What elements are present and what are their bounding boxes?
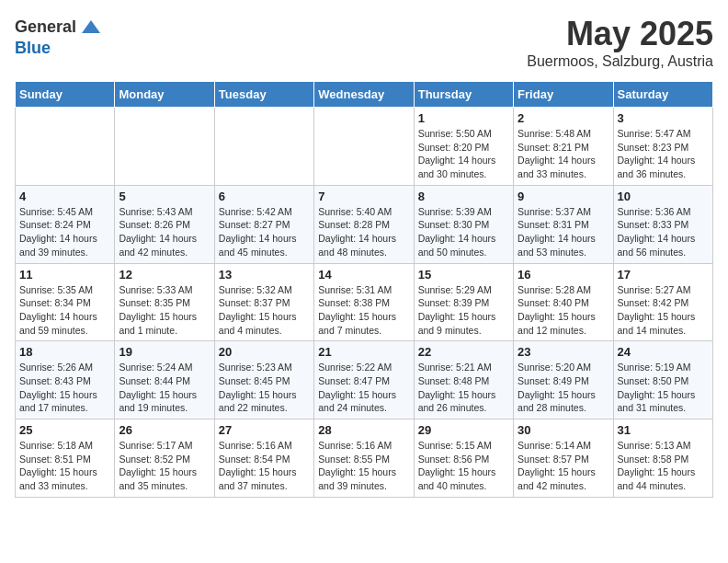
day-number: 4 <box>19 190 110 203</box>
day-number: 14 <box>318 268 409 282</box>
weekday-header-row: SundayMondayTuesdayWednesdayThursdayFrid… <box>16 82 713 108</box>
week-row-3: 11Sunrise: 5:35 AM Sunset: 8:34 PM Dayli… <box>16 263 713 341</box>
day-info: Sunrise: 5:47 AM Sunset: 8:23 PM Dayligh… <box>618 127 709 181</box>
logo-text-block: General Blue <box>15 15 102 58</box>
calendar-cell: 24Sunrise: 5:19 AM Sunset: 8:50 PM Dayli… <box>613 341 712 419</box>
day-info: Sunrise: 5:31 AM Sunset: 8:38 PM Dayligh… <box>318 283 409 338</box>
day-info: Sunrise: 5:20 AM Sunset: 8:49 PM Dayligh… <box>518 361 609 415</box>
logo-blue: Blue <box>15 39 51 57</box>
calendar-cell: 30Sunrise: 5:14 AM Sunset: 8:57 PM Dayli… <box>514 419 613 498</box>
day-info: Sunrise: 5:48 AM Sunset: 8:21 PM Dayligh… <box>518 127 609 181</box>
day-info: Sunrise: 5:19 AM Sunset: 8:50 PM Dayligh… <box>618 361 709 415</box>
day-info: Sunrise: 5:28 AM Sunset: 8:40 PM Dayligh… <box>518 283 609 338</box>
calendar-cell: 25Sunrise: 5:18 AM Sunset: 8:51 PM Dayli… <box>16 419 115 498</box>
day-number: 26 <box>119 423 210 437</box>
day-info: Sunrise: 5:26 AM Sunset: 8:43 PM Dayligh… <box>19 361 110 415</box>
day-number: 8 <box>418 190 509 203</box>
calendar-cell: 4Sunrise: 5:45 AM Sunset: 8:24 PM Daylig… <box>16 185 115 263</box>
weekday-header-sunday: Sunday <box>16 82 115 108</box>
day-number: 29 <box>418 423 509 437</box>
day-number: 27 <box>219 423 310 437</box>
calendar-cell: 13Sunrise: 5:32 AM Sunset: 8:37 PM Dayli… <box>214 263 313 341</box>
day-number: 17 <box>618 268 709 282</box>
day-info: Sunrise: 5:32 AM Sunset: 8:37 PM Dayligh… <box>219 283 310 338</box>
calendar-cell: 12Sunrise: 5:33 AM Sunset: 8:35 PM Dayli… <box>115 263 214 341</box>
calendar-cell: 3Sunrise: 5:47 AM Sunset: 8:23 PM Daylig… <box>613 108 712 186</box>
calendar-cell: 20Sunrise: 5:23 AM Sunset: 8:45 PM Dayli… <box>214 341 313 419</box>
day-number: 20 <box>219 345 310 359</box>
day-number: 18 <box>19 345 110 359</box>
day-number: 25 <box>19 423 110 437</box>
day-number: 21 <box>318 345 409 359</box>
day-number: 30 <box>518 423 609 437</box>
day-number: 23 <box>518 345 609 359</box>
calendar-table: SundayMondayTuesdayWednesdayThursdayFrid… <box>15 81 713 498</box>
day-info: Sunrise: 5:15 AM Sunset: 8:56 PM Dayligh… <box>418 439 509 493</box>
day-number: 7 <box>318 190 409 203</box>
day-number: 1 <box>418 111 509 125</box>
day-number: 28 <box>318 423 409 437</box>
day-number: 15 <box>418 268 509 282</box>
day-number: 5 <box>119 190 210 203</box>
weekday-header-thursday: Thursday <box>414 82 513 108</box>
day-info: Sunrise: 5:18 AM Sunset: 8:51 PM Dayligh… <box>19 439 110 493</box>
day-number: 19 <box>119 345 210 359</box>
day-number: 12 <box>119 268 210 282</box>
day-info: Sunrise: 5:39 AM Sunset: 8:30 PM Dayligh… <box>418 205 509 259</box>
day-info: Sunrise: 5:23 AM Sunset: 8:45 PM Dayligh… <box>219 361 310 415</box>
day-info: Sunrise: 5:37 AM Sunset: 8:31 PM Dayligh… <box>518 205 609 259</box>
day-info: Sunrise: 5:35 AM Sunset: 8:34 PM Dayligh… <box>19 283 110 338</box>
calendar-cell: 27Sunrise: 5:16 AM Sunset: 8:54 PM Dayli… <box>214 419 313 498</box>
day-info: Sunrise: 5:17 AM Sunset: 8:52 PM Dayligh… <box>119 439 210 493</box>
day-info: Sunrise: 5:21 AM Sunset: 8:48 PM Dayligh… <box>418 361 509 415</box>
day-info: Sunrise: 5:16 AM Sunset: 8:55 PM Dayligh… <box>318 439 409 493</box>
day-info: Sunrise: 5:16 AM Sunset: 8:54 PM Dayligh… <box>219 439 310 493</box>
weekday-header-tuesday: Tuesday <box>214 82 313 108</box>
day-info: Sunrise: 5:50 AM Sunset: 8:20 PM Dayligh… <box>418 127 509 181</box>
logo-icon <box>80 17 102 39</box>
calendar-cell: 17Sunrise: 5:27 AM Sunset: 8:42 PM Dayli… <box>613 263 712 341</box>
calendar-cell: 11Sunrise: 5:35 AM Sunset: 8:34 PM Dayli… <box>16 263 115 341</box>
weekday-header-wednesday: Wednesday <box>314 82 414 108</box>
day-info: Sunrise: 5:14 AM Sunset: 8:57 PM Dayligh… <box>518 439 609 493</box>
month-title: May 2025 <box>527 15 713 53</box>
day-number: 6 <box>219 190 310 203</box>
day-info: Sunrise: 5:13 AM Sunset: 8:58 PM Dayligh… <box>618 439 709 493</box>
calendar-cell: 21Sunrise: 5:22 AM Sunset: 8:47 PM Dayli… <box>314 341 414 419</box>
calendar-cell <box>214 108 313 186</box>
day-info: Sunrise: 5:36 AM Sunset: 8:33 PM Dayligh… <box>618 205 709 259</box>
svg-marker-0 <box>82 20 100 33</box>
calendar-cell: 26Sunrise: 5:17 AM Sunset: 8:52 PM Dayli… <box>115 419 214 498</box>
calendar-cell: 28Sunrise: 5:16 AM Sunset: 8:55 PM Dayli… <box>314 419 414 498</box>
calendar-cell: 19Sunrise: 5:24 AM Sunset: 8:44 PM Dayli… <box>115 341 214 419</box>
calendar-cell <box>16 108 115 186</box>
day-info: Sunrise: 5:29 AM Sunset: 8:39 PM Dayligh… <box>418 283 509 338</box>
day-number: 22 <box>418 345 509 359</box>
calendar-cell: 29Sunrise: 5:15 AM Sunset: 8:56 PM Dayli… <box>414 419 513 498</box>
calendar-cell: 23Sunrise: 5:20 AM Sunset: 8:49 PM Dayli… <box>514 341 613 419</box>
logo: General Blue <box>15 15 102 58</box>
week-row-4: 18Sunrise: 5:26 AM Sunset: 8:43 PM Dayli… <box>16 341 713 419</box>
calendar-cell: 5Sunrise: 5:43 AM Sunset: 8:26 PM Daylig… <box>115 185 214 263</box>
week-row-2: 4Sunrise: 5:45 AM Sunset: 8:24 PM Daylig… <box>16 185 713 263</box>
day-number: 9 <box>518 190 609 203</box>
calendar-cell: 6Sunrise: 5:42 AM Sunset: 8:27 PM Daylig… <box>214 185 313 263</box>
calendar-cell: 1Sunrise: 5:50 AM Sunset: 8:20 PM Daylig… <box>414 108 513 186</box>
calendar-cell: 14Sunrise: 5:31 AM Sunset: 8:38 PM Dayli… <box>314 263 414 341</box>
day-info: Sunrise: 5:42 AM Sunset: 8:27 PM Dayligh… <box>219 205 310 259</box>
calendar-cell: 31Sunrise: 5:13 AM Sunset: 8:58 PM Dayli… <box>613 419 712 498</box>
calendar-cell <box>314 108 414 186</box>
calendar-cell: 10Sunrise: 5:36 AM Sunset: 8:33 PM Dayli… <box>613 185 712 263</box>
day-info: Sunrise: 5:24 AM Sunset: 8:44 PM Dayligh… <box>119 361 210 415</box>
calendar-cell: 2Sunrise: 5:48 AM Sunset: 8:21 PM Daylig… <box>514 108 613 186</box>
day-number: 10 <box>618 190 709 203</box>
day-info: Sunrise: 5:45 AM Sunset: 8:24 PM Dayligh… <box>19 205 110 259</box>
day-number: 16 <box>518 268 609 282</box>
calendar-cell: 22Sunrise: 5:21 AM Sunset: 8:48 PM Dayli… <box>414 341 513 419</box>
weekday-header-friday: Friday <box>514 82 613 108</box>
day-number: 13 <box>219 268 310 282</box>
calendar-cell: 16Sunrise: 5:28 AM Sunset: 8:40 PM Dayli… <box>514 263 613 341</box>
weekday-header-monday: Monday <box>115 82 214 108</box>
calendar-cell <box>115 108 214 186</box>
calendar-cell: 15Sunrise: 5:29 AM Sunset: 8:39 PM Dayli… <box>414 263 513 341</box>
